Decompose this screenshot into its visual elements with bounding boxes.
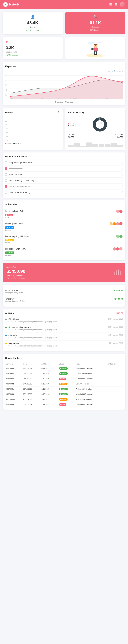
cell-host: Victoria 8007 Australia bbox=[75, 376, 108, 381]
svg-text:54.1%: 54.1% bbox=[98, 124, 102, 126]
profit-label-1: Member Profit bbox=[5, 289, 23, 292]
header-right: ☰ ☰ bbox=[109, 2, 125, 7]
svg-rect-36 bbox=[114, 272, 115, 275]
task-action-1[interactable]: ○ bbox=[120, 161, 123, 164]
cell-server-id: #0879985 bbox=[5, 366, 23, 371]
activity-dot-2 bbox=[5, 326, 7, 328]
maintenance-title: Maintenance Tasks bbox=[5, 155, 27, 158]
toolbar-search-icon[interactable]: 🔍 bbox=[114, 70, 116, 72]
legend-s1: series-1 bbox=[68, 123, 76, 125]
activity-date-2: 23 November 2019 bbox=[108, 326, 123, 328]
task-checkbox-6[interactable] bbox=[5, 191, 8, 194]
activity-item-3: Client Call Bonbon macaroon jelly beans … bbox=[5, 332, 123, 340]
svg-rect-37 bbox=[116, 270, 117, 275]
stats-row: 👤 48.4K Users + 10% Increased 🔍 61.1K Se… bbox=[0, 9, 128, 37]
svg-point-7 bbox=[94, 44, 97, 46]
amount-chart-icon bbox=[114, 268, 121, 276]
server-hist-menu-icon[interactable]: ⋮ bbox=[120, 110, 123, 114]
toolbar-home-icon[interactable]: ⌂ bbox=[117, 70, 118, 72]
avatar[interactable] bbox=[120, 2, 125, 7]
task-checkbox-4[interactable] bbox=[5, 179, 8, 182]
activity-item-desc-4: Bonbon macaroon jelly beans gummi bears … bbox=[8, 345, 106, 347]
sessions-value: 61.1K bbox=[69, 20, 122, 25]
schedule-location-4: Australia bbox=[5, 254, 123, 256]
users-value: 48.4K bbox=[6, 20, 59, 25]
server-hist-title: Server History bbox=[68, 111, 85, 114]
schedules-section: Schedules Skype call with Ruby 1:45 AM U… bbox=[3, 200, 125, 260]
activity-dot-1 bbox=[5, 318, 7, 320]
view-all-button[interactable]: View All bbox=[116, 312, 123, 314]
cell-server-id: #0879983 bbox=[5, 376, 23, 381]
cell-up-since: 18/12/2019 bbox=[23, 376, 40, 381]
task-checkbox-1[interactable] bbox=[5, 162, 8, 164]
mini-bar-8 bbox=[111, 143, 117, 147]
activity-item-desc-2: Bonbon macaroon jelly beans gummi bears … bbox=[8, 329, 106, 331]
expenses-section: Expenses ⋮ ⊙ ⊙ 🔍 ⌂ ⌂ ≡ 120 80 60 40 20 bbox=[3, 62, 125, 106]
cell-status: Pending bbox=[58, 397, 75, 402]
task-item: ✓ Create invoice ○ bbox=[5, 166, 123, 172]
hamburger-icon[interactable]: ☰ bbox=[109, 3, 112, 6]
sessions-icon: 🔍 bbox=[69, 15, 122, 19]
task-checkbox-5[interactable]: ✓ bbox=[5, 185, 8, 188]
chart-toolbar: ⊙ ⊙ 🔍 ⌂ ⌂ ≡ bbox=[5, 70, 123, 72]
amount-sub1: Milestone Completed bbox=[7, 274, 25, 276]
status-badge: Running bbox=[59, 367, 68, 370]
sessions-label: Sessions bbox=[69, 26, 122, 28]
task-action-2[interactable]: ○ bbox=[120, 167, 123, 170]
svg-rect-5 bbox=[94, 47, 97, 52]
schedule-title-2: Meeting with Team bbox=[5, 222, 23, 225]
cell-server-id: #0879982 bbox=[5, 381, 23, 386]
bounce-change: + 8% Increased bbox=[6, 54, 59, 56]
task-text-4: Team Meeting on Saturday bbox=[9, 179, 34, 182]
server-history-table-menu[interactable]: ⋮ bbox=[120, 356, 123, 360]
toolbar-icon-2[interactable]: ⊙ bbox=[111, 70, 113, 72]
task-item: Team Meeting on Saturday ○ bbox=[5, 178, 123, 184]
task-checkbox-3[interactable] bbox=[5, 174, 8, 176]
task-text-3: Print Documents bbox=[9, 173, 25, 176]
task-text-1: Prepare for presentation bbox=[9, 161, 32, 164]
mini-bar-2 bbox=[74, 143, 80, 147]
cell-server-id: #01268569 bbox=[5, 397, 23, 402]
svg-text:40: 40 bbox=[5, 89, 7, 91]
app-name: Metorik bbox=[9, 3, 19, 6]
table-row: #01268569 20/12/2019 29/12/2019 Pending … bbox=[5, 397, 123, 402]
activity-date-3: 19 November 2019 bbox=[108, 334, 123, 336]
status-badge: Offline bbox=[59, 378, 66, 380]
task-text-5: Launch our New Product bbox=[9, 185, 32, 188]
cell-status: Offline bbox=[58, 402, 75, 407]
asia-value: 60,000 bbox=[115, 136, 123, 138]
mini-bar-1 bbox=[68, 145, 74, 147]
device-menu-icon[interactable]: ⋮ bbox=[57, 110, 60, 114]
cell-up-since: 12/12/2019 bbox=[23, 402, 40, 407]
task-action-5[interactable]: ○ bbox=[120, 185, 123, 188]
activity-item-desc-3: Bonbon macaroon jelly beans gummi bears … bbox=[8, 337, 106, 339]
activity-dot-4 bbox=[5, 342, 7, 344]
profit-info-1: Member Profit Average Weekly Profit bbox=[5, 289, 23, 294]
users-change: + 10% Increased bbox=[6, 29, 59, 31]
task-action-4[interactable]: ○ bbox=[120, 179, 123, 182]
users-stat-card: 👤 48.4K Users + 10% Increased bbox=[3, 12, 63, 34]
task-checkbox-2[interactable]: ✓ bbox=[5, 168, 8, 170]
activity-date-1: 24 November 2019 bbox=[108, 318, 123, 320]
toolbar-home2-icon[interactable]: ⌂ bbox=[119, 70, 121, 72]
schedule-location-3: Africa bbox=[5, 242, 123, 244]
chart-legend: series1 series2 bbox=[5, 101, 123, 103]
activity-date-4: 15 November 2019 bbox=[108, 342, 123, 344]
expenses-menu-icon[interactable]: ⋮ bbox=[120, 64, 123, 68]
donut-svg: 45.9% 54.1% bbox=[92, 116, 108, 132]
task-action-3[interactable]: ○ bbox=[120, 173, 123, 176]
server-history-table-title: Server History bbox=[5, 356, 22, 359]
table-row: #0879985 26/12/2019 30/12/2019 Running V… bbox=[5, 366, 123, 371]
activity-item-title-3: Client Call bbox=[8, 334, 106, 336]
schedule-tag-1: 1:45 AM bbox=[5, 214, 13, 216]
cell-host: Alabama 2741 USA bbox=[75, 386, 108, 392]
profit-info-2: Total Profit Weekly Customer Orders bbox=[5, 298, 25, 302]
expense-chart-area: 120 80 60 40 20 09:00 09:90 10:00 11:00 … bbox=[5, 74, 123, 100]
task-action-6[interactable]: ○ bbox=[120, 191, 123, 194]
toolbar-list-icon[interactable]: ≡ bbox=[121, 70, 123, 72]
toolbar-icon-1[interactable]: ⊙ bbox=[108, 70, 110, 72]
asia-label: ASIA Data bbox=[115, 134, 123, 136]
cell-utilization bbox=[107, 402, 123, 407]
legend-series2: series2 bbox=[65, 101, 73, 103]
menu-dots-icon[interactable]: ☰ bbox=[114, 3, 117, 6]
